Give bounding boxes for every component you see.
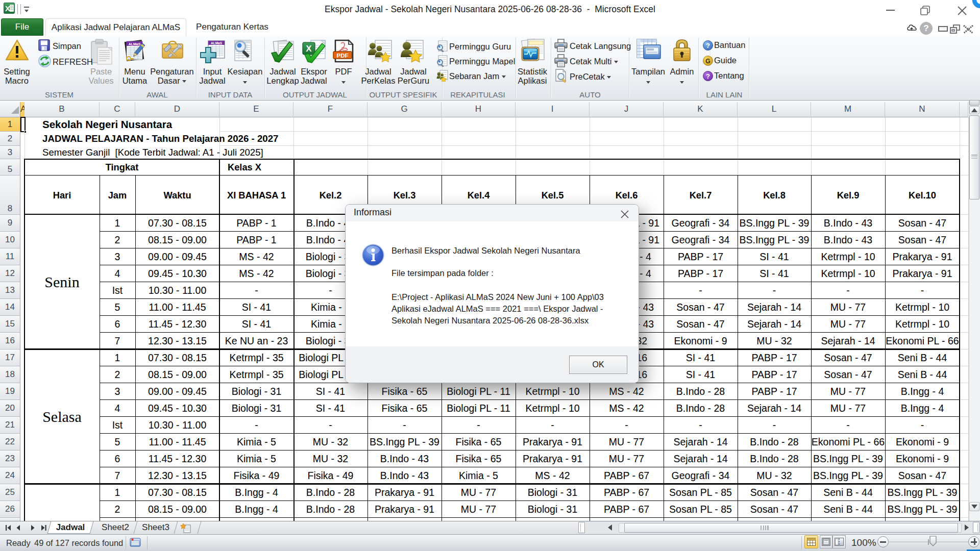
svg-text:PDF: PDF (337, 53, 349, 59)
svg-text:?: ? (706, 42, 710, 49)
svg-text:ALMaS: ALMaS (211, 41, 223, 45)
svg-text:X: X (306, 44, 312, 54)
svg-text:G: G (705, 58, 710, 65)
svg-text:ALMaS: ALMaS (129, 42, 141, 46)
